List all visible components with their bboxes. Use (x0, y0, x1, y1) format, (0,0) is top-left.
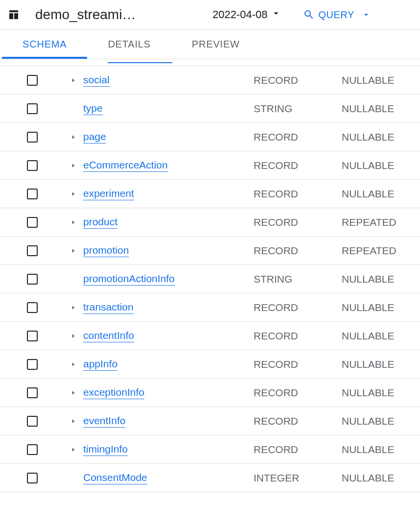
field-mode: NULLABLE (342, 302, 416, 313)
schema-row: promotionRECORDREPEATED (0, 237, 420, 265)
field-mode: NULLABLE (342, 131, 416, 143)
schema-table: socialRECORDNULLABLEtypeSTRINGNULLABLEpa… (0, 59, 420, 492)
field-type: RECORD (254, 302, 342, 313)
field-name-link[interactable]: ConsentMode (83, 472, 147, 484)
field-name-link[interactable]: appInfo (83, 358, 117, 371)
checkbox-cell (22, 359, 43, 370)
field-checkbox[interactable] (27, 75, 38, 86)
field-type: RECORD (254, 330, 342, 342)
checkbox-cell (22, 444, 43, 455)
expand-arrow-icon[interactable] (69, 191, 78, 197)
partition-selector[interactable]: 2022-04-08 (212, 8, 281, 22)
field-name-link[interactable]: product (83, 216, 117, 229)
field-name-link[interactable]: promotionActionInfo (83, 273, 175, 286)
checkbox-cell (22, 75, 43, 86)
field-name-link[interactable]: promotion (83, 244, 129, 257)
field-type: RECORD (254, 359, 342, 370)
tab-preview[interactable]: PREVIEW (171, 30, 260, 59)
query-label: QUERY (319, 9, 354, 21)
field-mode: NULLABLE (342, 273, 416, 285)
query-dropdown-icon (361, 10, 371, 20)
field-checkbox[interactable] (27, 245, 38, 256)
partial-field-underline (108, 62, 172, 63)
expand-arrow-icon[interactable] (69, 389, 78, 396)
field-name-cell: page (43, 131, 254, 144)
field-name-link[interactable]: experiment (83, 188, 134, 200)
field-name-cell: experiment (43, 188, 254, 200)
checkbox-cell (22, 473, 43, 483)
field-type: RECORD (254, 245, 342, 257)
field-checkbox[interactable] (27, 274, 38, 285)
schema-row: pageRECORDNULLABLE (0, 123, 420, 151)
field-name-link[interactable]: eCommerceAction (83, 159, 168, 172)
search-icon (303, 9, 315, 21)
checkbox-cell (22, 274, 43, 285)
field-name-cell: ConsentMode (43, 472, 254, 484)
checkbox-cell (22, 217, 43, 228)
schema-row: appInfoRECORDNULLABLE (0, 350, 420, 379)
field-name-link[interactable]: type (83, 102, 103, 115)
field-checkbox[interactable] (27, 387, 38, 398)
expand-arrow-icon[interactable] (69, 219, 78, 226)
field-name-cell: eventInfo (43, 415, 254, 428)
partition-date: 2022-04-08 (212, 8, 268, 21)
field-name-link[interactable]: page (83, 131, 106, 144)
field-checkbox[interactable] (27, 160, 38, 171)
field-checkbox[interactable] (27, 359, 38, 370)
field-checkbox[interactable] (27, 473, 38, 483)
checkbox-cell (22, 189, 43, 199)
field-mode: REPEATED (342, 216, 416, 228)
field-name-cell: contentInfo (43, 330, 254, 342)
field-name-cell: type (43, 102, 254, 115)
field-mode: NULLABLE (342, 330, 416, 342)
expand-arrow-icon[interactable] (69, 134, 78, 141)
field-name-link[interactable]: transaction (83, 301, 134, 314)
field-type: RECORD (254, 131, 342, 143)
field-checkbox[interactable] (27, 444, 38, 455)
field-mode: NULLABLE (342, 188, 416, 200)
table-title: demo_streami… (35, 7, 187, 23)
field-checkbox[interactable] (27, 189, 38, 199)
expand-arrow-icon[interactable] (69, 247, 78, 254)
expand-arrow-icon[interactable] (69, 77, 78, 84)
field-name-cell: eCommerceAction (43, 159, 254, 172)
field-type: RECORD (254, 415, 342, 427)
schema-row: timingInfoRECORDNULLABLE (0, 435, 420, 464)
checkbox-cell (22, 160, 43, 171)
expand-arrow-icon[interactable] (69, 446, 78, 453)
expand-arrow-icon[interactable] (69, 418, 78, 425)
field-name-link[interactable]: eventInfo (83, 415, 125, 428)
table-icon (8, 9, 20, 21)
field-name-link[interactable]: timingInfo (83, 443, 128, 456)
field-checkbox[interactable] (27, 416, 38, 427)
field-name-link[interactable]: contentInfo (83, 330, 134, 342)
schema-row: eventInfoRECORDNULLABLE (0, 407, 420, 435)
field-mode: NULLABLE (342, 472, 416, 484)
field-type: RECORD (254, 387, 342, 399)
field-mode: NULLABLE (342, 103, 416, 115)
field-mode: NULLABLE (342, 74, 416, 86)
schema-row: eCommerceActionRECORDNULLABLE (0, 151, 420, 180)
field-mode: NULLABLE (342, 160, 416, 171)
expand-arrow-icon[interactable] (69, 304, 78, 311)
checkbox-cell (22, 387, 43, 398)
field-checkbox[interactable] (27, 103, 38, 114)
field-name-link[interactable]: social (83, 74, 110, 87)
field-checkbox[interactable] (27, 217, 38, 228)
checkbox-cell (22, 103, 43, 114)
expand-arrow-icon[interactable] (69, 162, 78, 169)
schema-row: experimentRECORDNULLABLE (0, 180, 420, 208)
field-name-cell: exceptionInfo (43, 386, 254, 399)
tab-details[interactable]: DETAILS (87, 30, 171, 59)
field-mode: NULLABLE (342, 444, 416, 456)
field-checkbox[interactable] (27, 302, 38, 313)
expand-arrow-icon[interactable] (69, 333, 78, 339)
query-button[interactable]: QUERY (303, 9, 371, 21)
field-checkbox[interactable] (27, 132, 38, 143)
checkbox-cell (22, 302, 43, 313)
field-checkbox[interactable] (27, 331, 38, 341)
expand-arrow-icon[interactable] (69, 361, 78, 368)
tab-schema[interactable]: SCHEMA (2, 30, 87, 59)
checkbox-cell (22, 245, 43, 256)
field-name-link[interactable]: exceptionInfo (83, 386, 144, 399)
